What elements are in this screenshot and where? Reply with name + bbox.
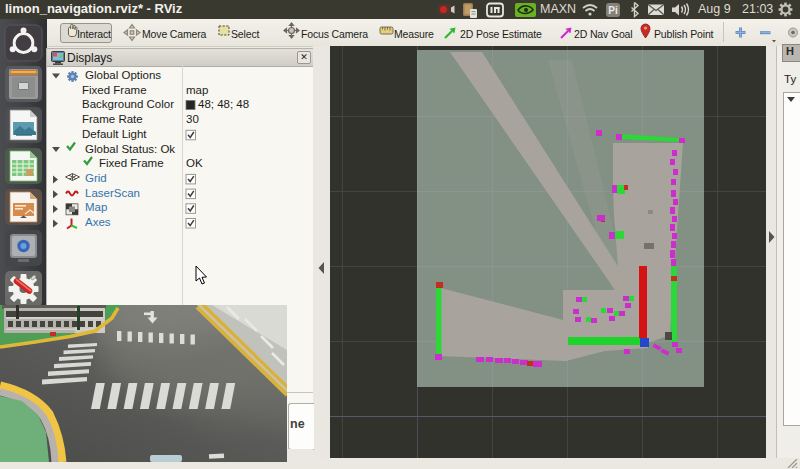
svg-text:Pi: Pi — [608, 5, 618, 16]
